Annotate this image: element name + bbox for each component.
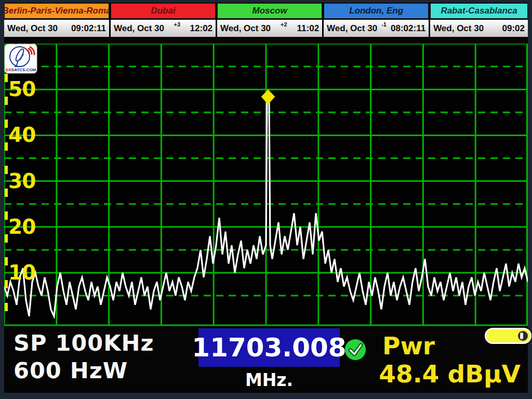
city-name: London, Eng <box>349 6 403 16</box>
y-axis-tick <box>5 280 8 288</box>
span-readout: SP 100KHz <box>14 329 154 357</box>
clock-london: London, Eng Wed, Oct 30 -1 08:02:11 <box>324 3 430 37</box>
y-axis-tick <box>5 119 8 128</box>
lock-ok-check-icon <box>343 338 367 362</box>
world-clock-panel: Berlin-Paris-Vienna-Roma Wed, Oct 30 09:… <box>4 3 528 37</box>
y-axis-label: 20 <box>8 216 45 238</box>
clock-utc-offset: -1 <box>377 21 391 28</box>
clock-date: Wed, Oct 30 <box>220 23 271 34</box>
spectrum-plot-area: 605040302010 DXSATCS.COM <box>4 44 528 326</box>
clock-time-bar: Wed, Oct 30 09:02 <box>430 20 528 37</box>
span-bandwidth-readout: SP 100KHz 600 HzW <box>14 329 154 384</box>
y-axis-tick <box>5 74 8 82</box>
battery-terminal-icon <box>518 331 528 341</box>
bandwidth-readout: 600 HzW <box>14 357 154 384</box>
y-axis-tick <box>5 257 8 265</box>
y-axis-tick <box>5 211 8 220</box>
city-name-bar: Berlin-Paris-Vienna-Roma <box>4 3 109 19</box>
frequency-display[interactable]: 11703.008 <box>198 328 340 367</box>
clock-time: 08:02:11 <box>391 23 425 34</box>
frequency-unit-label: MHz. <box>198 370 340 390</box>
y-axis-tick <box>5 166 8 174</box>
city-name-bar: London, Eng <box>324 3 429 19</box>
satellite-meter-screen: { "clocks": { "cities": [ { "name": "Ber… <box>0 0 532 399</box>
readout-bar: SP 100KHz 600 HzW 11703.008 MHz. Pwr 48.… <box>4 326 528 393</box>
clock-dubai: Dubai Wed, Oct 30 +3 12:02 <box>111 3 217 37</box>
frequency-value: 11703.008 <box>192 332 346 363</box>
clock-time-bar: Wed, Oct 30 -1 08:02:11 <box>324 20 429 37</box>
power-value: 48.4 dBµV <box>379 360 521 388</box>
clock-date: Wed, Oct 30 <box>433 23 484 34</box>
clock-utc-offset: +2 <box>271 21 297 28</box>
clock-date: Wed, Oct 30 <box>327 23 377 34</box>
power-label: Pwr <box>382 331 435 360</box>
clock-time: 09:02 <box>502 23 525 34</box>
clock-time: 11:02 <box>297 23 320 34</box>
clock-moscow: Moscow Wed, Oct 30 +2 11:02 <box>217 3 324 37</box>
y-axis-label: 40 <box>8 124 45 146</box>
spectrum-chart <box>4 44 528 326</box>
city-name: Moscow <box>252 6 287 16</box>
y-axis-label: 50 <box>8 78 45 100</box>
y-axis-tick <box>5 142 8 151</box>
y-axis-tick <box>5 189 8 197</box>
clock-time-bar: Wed, Oct 30 +2 11:02 <box>217 20 322 37</box>
city-name-bar: Dubai <box>111 3 216 19</box>
clock-utc-offset: +3 <box>164 21 190 28</box>
dxsatcs-logo: DXSATCS.COM <box>4 44 37 74</box>
city-name: Rabat-Casablanca <box>441 6 517 16</box>
y-axis-tick <box>5 234 8 243</box>
clock-time: 09:02:11 <box>71 23 106 34</box>
clock-berlin: Berlin-Paris-Vienna-Roma Wed, Oct 30 09:… <box>4 3 111 37</box>
city-name: Dubai <box>151 6 175 16</box>
city-name: Berlin-Paris-Vienna-Roma <box>4 6 109 16</box>
peak-marker-diamond <box>261 89 275 104</box>
clock-date: Wed, Oct 30 <box>114 23 164 34</box>
logo-text-red: DX <box>6 68 12 72</box>
y-axis-label: 10 <box>8 262 45 284</box>
city-name-bar: Rabat-Casablanca <box>430 3 528 19</box>
svg-text:DXSATCS.COM: DXSATCS.COM <box>6 68 36 72</box>
y-axis-label: 30 <box>8 170 45 192</box>
clock-rabat: Rabat-Casablanca Wed, Oct 30 09:02 <box>430 3 528 37</box>
clock-date: Wed, Oct 30 <box>7 23 58 34</box>
y-axis-tick <box>5 303 8 311</box>
clock-time: 12:02 <box>190 23 212 34</box>
clock-time-bar: Wed, Oct 30 +3 12:02 <box>111 20 216 37</box>
battery-indicator[interactable] <box>485 328 531 344</box>
logo-text-blue: SATCS.COM <box>11 68 36 72</box>
y-axis-tick <box>5 97 8 105</box>
city-name-bar: Moscow <box>217 3 322 19</box>
clock-time-bar: Wed, Oct 30 09:02:11 <box>4 20 109 37</box>
